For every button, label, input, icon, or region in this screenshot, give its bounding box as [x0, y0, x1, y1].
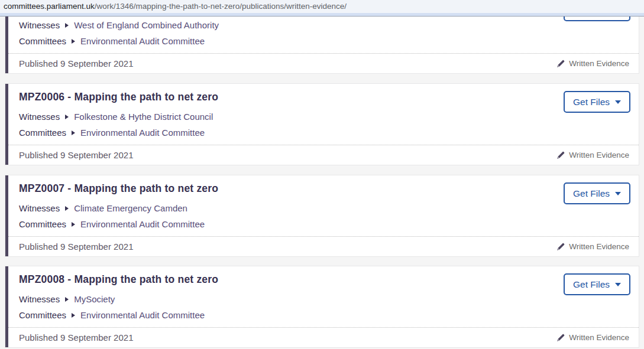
- committees-label: Committees: [19, 310, 66, 321]
- published-date: Published 9 September 2021: [19, 58, 133, 69]
- chevron-right-icon: [65, 115, 69, 119]
- get-files-button[interactable]: Get Files: [564, 91, 630, 113]
- published-date: Published 9 September 2021: [19, 150, 133, 160]
- get-files-button[interactable]: Get Files: [564, 273, 630, 295]
- card-footer: Published 9 September 2021 Written Evide…: [8, 327, 639, 347]
- page-viewport: committees.parliament.uk/work/1346/mappi…: [0, 0, 644, 349]
- chevron-right-icon: [65, 206, 69, 211]
- evidence-type-label: Written Evidence: [569, 151, 629, 159]
- evidence-type-badge: Written Evidence: [556, 242, 629, 251]
- committees-label: Committees: [19, 128, 66, 138]
- chevron-right-icon: [72, 313, 75, 318]
- url-bar-strip: [0, 13, 644, 16]
- chevron-right-icon: [72, 131, 75, 135]
- witnesses-label: Witnesses: [19, 20, 60, 31]
- chevron-right-icon: [65, 23, 69, 28]
- evidence-type-label: Written Evidence: [569, 333, 629, 342]
- card-footer: Published 9 September 2021 Written Evide…: [8, 53, 639, 73]
- pencil-icon: [556, 333, 565, 342]
- url-domain: committees.parliament.uk: [4, 2, 95, 11]
- card-footer: Published 9 September 2021 Written Evide…: [8, 236, 639, 256]
- witness-link[interactable]: MySociety: [74, 294, 115, 305]
- evidence-type-badge: Written Evidence: [556, 59, 629, 68]
- committees-row: Committees Environmental Audit Committee: [19, 219, 205, 230]
- committees-label: Committees: [19, 219, 66, 230]
- chevron-right-icon: [72, 222, 75, 227]
- witnesses-row: Witnesses West of England Combined Autho…: [19, 20, 219, 31]
- published-date: Published 9 September 2021: [19, 242, 133, 252]
- chevron-down-icon: [615, 100, 621, 104]
- witness-link[interactable]: West of England Combined Authority: [74, 20, 219, 31]
- committee-link[interactable]: Environmental Audit Committee: [80, 36, 205, 47]
- get-files-label: Get Files: [573, 97, 610, 107]
- chevron-down-icon: [615, 283, 621, 286]
- evidence-title: MPZ0006 - Mapping the path to net zero: [19, 91, 218, 103]
- committee-link[interactable]: Environmental Audit Committee: [80, 310, 205, 321]
- committees-row: Committees Environmental Audit Committee: [19, 128, 205, 138]
- committees-label: Committees: [19, 36, 66, 47]
- pencil-icon: [556, 59, 565, 68]
- get-files-label: Get Files: [573, 279, 610, 290]
- evidence-type-label: Written Evidence: [569, 242, 629, 251]
- get-files-label: Get Files: [573, 188, 610, 199]
- committees-row: Committees Environmental Audit Committee: [19, 310, 205, 321]
- evidence-title: MPZ0007 - Mapping the path to net zero: [19, 182, 218, 195]
- witnesses-row: Witnesses Climate Emergency Camden: [19, 203, 187, 214]
- evidence-title: MPZ0008 - Mapping the path to net zero: [19, 273, 218, 286]
- chevron-right-icon: [72, 39, 75, 44]
- evidence-card: MPZ0006 - Mapping the path to net zero W…: [5, 83, 639, 165]
- evidence-card: MPZ0008 - Mapping the path to net zero W…: [5, 266, 639, 348]
- published-date: Published 9 September 2021: [19, 332, 133, 343]
- witnesses-row: Witnesses MySociety: [19, 294, 115, 305]
- url-path: /work/1346/mapping-the-path-to-net-zero/…: [95, 2, 347, 11]
- committees-row: Committees Environmental Audit Committee: [19, 36, 205, 47]
- browser-url-bar: committees.parliament.uk/work/1346/mappi…: [0, 0, 644, 17]
- witness-link[interactable]: Folkestone & Hythe District Council: [74, 112, 213, 122]
- witnesses-label: Witnesses: [19, 203, 60, 214]
- evidence-card: MPZ0007 - Mapping the path to net zero W…: [5, 175, 639, 257]
- card-footer: Published 9 September 2021 Written Evide…: [8, 145, 639, 165]
- page-url: committees.parliament.uk/work/1346/mappi…: [0, 0, 644, 13]
- witnesses-label: Witnesses: [19, 112, 60, 122]
- witnesses-label: Witnesses: [19, 294, 60, 305]
- committee-link[interactable]: Environmental Audit Committee: [80, 219, 205, 230]
- pencil-icon: [556, 151, 565, 159]
- committee-link[interactable]: Environmental Audit Committee: [80, 128, 205, 138]
- evidence-type-badge: Written Evidence: [556, 151, 629, 159]
- chevron-right-icon: [65, 297, 69, 302]
- get-files-button[interactable]: Get Files: [564, 182, 630, 204]
- witnesses-row: Witnesses Folkestone & Hythe District Co…: [19, 112, 213, 122]
- evidence-type-badge: Written Evidence: [556, 333, 629, 342]
- pencil-icon: [556, 242, 565, 251]
- chevron-down-icon: [615, 192, 621, 195]
- evidence-type-label: Written Evidence: [569, 59, 629, 68]
- witness-link[interactable]: Climate Emergency Camden: [74, 203, 187, 214]
